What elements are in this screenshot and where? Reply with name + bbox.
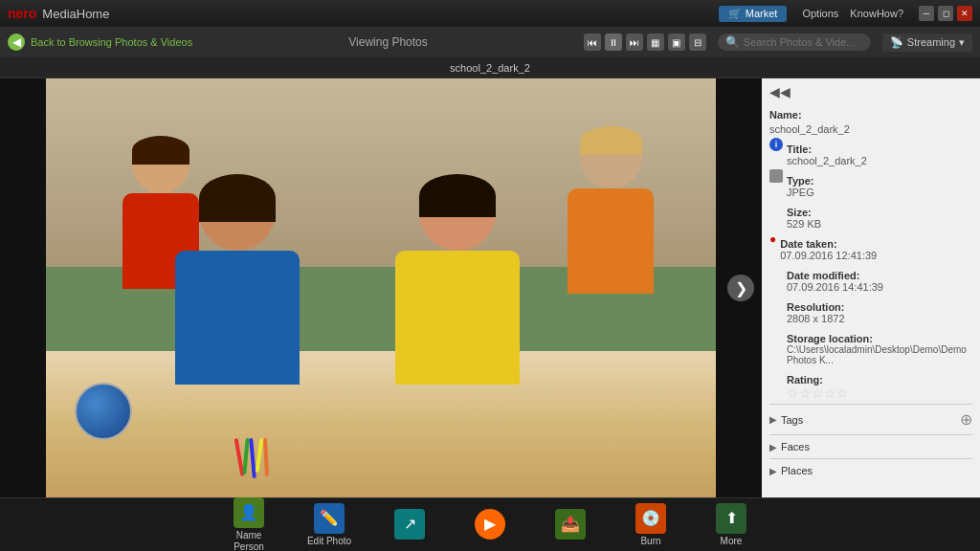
photo-area: ❯ bbox=[0, 78, 762, 497]
market-label: Market bbox=[746, 8, 778, 19]
main-content: ❯ ◀◀ Name: school_2_dark_2 i Title: scho… bbox=[0, 78, 980, 497]
size-value: 529 KB bbox=[787, 218, 821, 230]
search-input[interactable] bbox=[744, 36, 858, 48]
filmstrip-button[interactable]: ⊟ bbox=[689, 33, 706, 51]
panel-expand-icon[interactable]: ◀◀ bbox=[769, 84, 791, 99]
streaming-button[interactable]: 📡 Streaming ▾ bbox=[882, 33, 972, 52]
single-view-button[interactable]: ▣ bbox=[668, 33, 685, 51]
search-icon: 🔍 bbox=[725, 35, 740, 49]
places-section[interactable]: ▶ Places bbox=[769, 458, 972, 482]
more-button[interactable]: ⬆ More bbox=[702, 503, 760, 547]
minimize-button[interactable]: ─ bbox=[919, 6, 934, 21]
next-arrow-icon: ❯ bbox=[735, 279, 747, 298]
star-rating[interactable]: ☆☆☆☆☆ bbox=[787, 386, 849, 401]
places-label: Places bbox=[781, 465, 813, 476]
name-row: Name: bbox=[769, 103, 972, 121]
resolution-section: Resolution: 2808 x 1872 bbox=[787, 296, 845, 324]
title-bar: nero MediaHome 🛒 Market Options KnowHow?… bbox=[0, 0, 980, 27]
faces-label: Faces bbox=[781, 441, 810, 452]
type-label: Type: bbox=[787, 175, 814, 187]
size-label: Size: bbox=[787, 207, 821, 218]
market-button[interactable]: 🛒 Market bbox=[719, 6, 788, 22]
export-icon: 📤 bbox=[555, 509, 586, 540]
photo-display bbox=[46, 78, 716, 497]
panel-header: ◀◀ bbox=[769, 84, 972, 99]
search-area[interactable]: 🔍 bbox=[718, 33, 871, 51]
next-button[interactable]: ⏭ bbox=[626, 33, 643, 51]
title-section: Title: school_2_dark_2 bbox=[787, 138, 867, 166]
date-taken-value: 07.09.2016 12:41:39 bbox=[780, 250, 877, 261]
size-spacer bbox=[769, 201, 783, 214]
size-section: Size: 529 KB bbox=[787, 201, 821, 230]
date-modified-value: 07.09.2016 14:41:39 bbox=[787, 281, 883, 293]
back-label: Back to Browsing Photos & Videos bbox=[31, 36, 192, 48]
date-taken-section: Date taken: 07.09.2016 12:41:39 bbox=[780, 232, 877, 261]
restore-button[interactable]: ◻ bbox=[938, 6, 953, 21]
viewing-label: Viewing Photos bbox=[348, 35, 428, 49]
window-controls: ─ ◻ ✕ bbox=[919, 6, 972, 21]
next-photo-button[interactable]: ❯ bbox=[727, 275, 754, 301]
title-row: i Title: school_2_dark_2 bbox=[769, 138, 972, 166]
app-logo: nero MediaHome bbox=[8, 6, 109, 21]
resolution-value: 2808 x 1872 bbox=[787, 313, 845, 324]
type-value: JPEG bbox=[787, 187, 814, 198]
info-panel: ◀◀ Name: school_2_dark_2 i Title: school… bbox=[762, 78, 980, 497]
storage-value: C:\Users\localadmin\Desktop\Demo\Demo Ph… bbox=[787, 344, 972, 365]
filename-text: school_2_dark_2 bbox=[450, 62, 530, 74]
playback-controls: ⏮ ⏸ ⏭ ▦ ▣ ⊟ bbox=[584, 33, 706, 51]
name-value: school_2_dark_2 bbox=[769, 123, 850, 135]
date-modified-section: Date modified: 07.09.2016 14:41:39 bbox=[787, 264, 883, 293]
market-icon: 🛒 bbox=[728, 8, 742, 20]
burn-icon: 💿 bbox=[635, 503, 666, 534]
options-menu[interactable]: Options bbox=[802, 8, 838, 19]
nero-logo-text: nero bbox=[8, 6, 36, 21]
more-label: More bbox=[721, 536, 743, 547]
more-icon: ⬆ bbox=[716, 503, 746, 534]
name-value-row: school_2_dark_2 bbox=[769, 123, 972, 135]
child-figure-4 bbox=[544, 126, 678, 365]
back-button[interactable]: ◀ Back to Browsing Photos & Videos bbox=[8, 33, 192, 51]
streaming-icon: 📡 bbox=[890, 36, 903, 49]
grid-view-button[interactable]: ▦ bbox=[647, 33, 664, 51]
rating-section: Rating: ☆☆☆☆☆ bbox=[787, 368, 849, 401]
knowhow-menu[interactable]: KnowHow? bbox=[850, 8, 903, 19]
pencils bbox=[237, 438, 268, 478]
burn-label: Burn bbox=[640, 536, 660, 547]
close-button[interactable]: ✕ bbox=[957, 6, 972, 21]
play-icon: ▶ bbox=[475, 509, 505, 540]
export-button[interactable]: 📤 bbox=[542, 509, 599, 541]
prev-button[interactable]: ⏮ bbox=[584, 33, 601, 51]
back-arrow-icon: ◀ bbox=[8, 33, 25, 51]
play-button[interactable]: ▶ bbox=[461, 509, 519, 541]
filename-bar: school_2_dark_2 bbox=[0, 57, 980, 78]
name-person-icon: 👤 bbox=[234, 497, 264, 528]
streaming-arrow-icon: ▾ bbox=[959, 36, 965, 49]
type-row: Type: JPEG bbox=[769, 169, 972, 198]
date-taken-label: Date taken: bbox=[780, 238, 877, 250]
edit-photo-button[interactable]: ✏️ Edit Photo bbox=[301, 503, 358, 547]
streaming-label: Streaming bbox=[907, 36, 955, 48]
tags-section[interactable]: ▶ Tags ⊕ bbox=[769, 404, 972, 434]
date-modified-row: Date modified: 07.09.2016 14:41:39 bbox=[769, 264, 972, 293]
rating-row: Rating: ☆☆☆☆☆ bbox=[769, 368, 972, 401]
name-person-button[interactable]: 👤 NamePerson bbox=[220, 497, 278, 552]
date-modified-label: Date modified: bbox=[787, 270, 883, 281]
faces-section[interactable]: ▶ Faces bbox=[769, 434, 972, 458]
burn-button[interactable]: 💿 Burn bbox=[622, 503, 679, 547]
location-icon: ● bbox=[769, 232, 776, 246]
name-label: Name: bbox=[769, 109, 802, 121]
date-taken-row: ● Date taken: 07.09.2016 12:41:39 bbox=[769, 232, 972, 261]
titlebar-right: 🛒 Market Options KnowHow? ─ ◻ ✕ bbox=[719, 6, 972, 22]
type-icon bbox=[769, 169, 783, 183]
places-arrow-icon: ▶ bbox=[769, 466, 777, 476]
resolution-label: Resolution: bbox=[787, 301, 845, 313]
edit-photo-icon: ✏️ bbox=[314, 503, 345, 534]
info-circle-icon: i bbox=[769, 138, 783, 151]
storage-label: Storage location: bbox=[787, 333, 972, 344]
pause-button[interactable]: ⏸ bbox=[605, 33, 622, 51]
toolbar-center: Viewing Photos bbox=[204, 35, 572, 49]
title-value: school_2_dark_2 bbox=[787, 155, 867, 166]
bottom-toolbar: 👤 NamePerson ✏️ Edit Photo ↗ ▶ 📤 💿 Burn bbox=[0, 497, 980, 551]
share-button[interactable]: ↗ bbox=[381, 509, 438, 541]
tags-add-icon[interactable]: ⊕ bbox=[960, 410, 972, 429]
